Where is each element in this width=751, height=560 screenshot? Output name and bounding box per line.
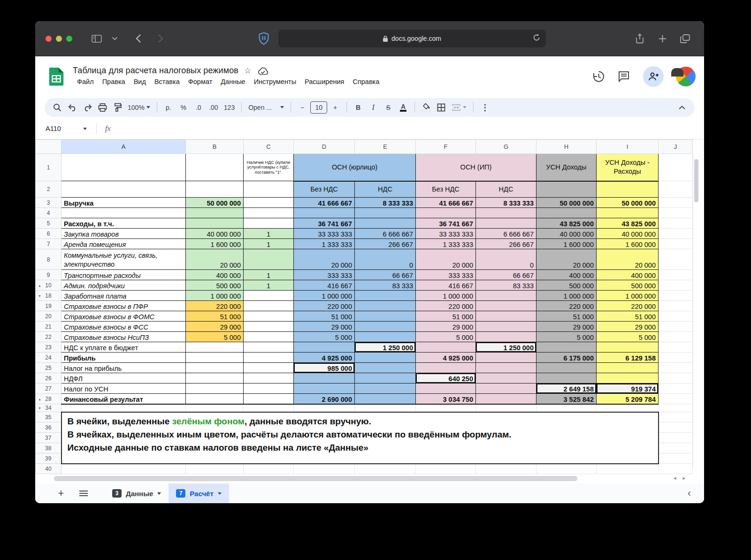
cell[interactable] [186,394,244,404]
cell[interactable]: 66 667 [355,270,416,280]
cell[interactable] [355,218,416,229]
row-header-27[interactable]: 27 [36,384,61,394]
cell[interactable] [476,291,536,301]
cell[interactable] [597,404,659,412]
merge-cells-button[interactable] [449,101,469,114]
cell[interactable] [355,208,416,218]
account-avatar[interactable] [676,67,696,86]
cell[interactable]: 0 [476,249,536,270]
cell[interactable] [659,218,693,229]
cell[interactable]: 1 000 000 [186,291,244,301]
cell[interactable]: 0 [355,249,416,270]
cell[interactable] [476,332,536,342]
row-header-5[interactable]: 5 [36,218,61,229]
cell[interactable] [536,363,597,373]
cell[interactable]: НДС к уплате в бюджет [61,342,186,353]
expand-group-icon[interactable]: ▼ [38,294,41,297]
cell[interactable]: 6 175 000 [536,353,597,363]
sheet-tab-Расчёт[interactable]: 7Расчёт [169,483,229,503]
cell[interactable] [294,373,355,384]
cell[interactable] [476,384,536,394]
row-header-3[interactable]: 3 [36,198,61,208]
column-header-C[interactable]: C [244,140,294,154]
cell[interactable] [416,384,476,394]
more-toolbar-button[interactable]: ⋮ [478,101,492,114]
document-title[interactable]: Таблица для расчета налоговых режимов [73,66,238,76]
cell[interactable]: 33 333 333 [416,229,476,239]
row-header-6[interactable]: 6 [36,229,61,239]
cell[interactable] [186,404,244,412]
cell[interactable] [355,384,416,394]
cell[interactable] [476,404,536,412]
column-header-E[interactable]: E [355,140,416,154]
cell[interactable]: Страховые взносы в ФСС [61,322,186,332]
cell[interactable] [659,280,693,291]
cell[interactable]: Расходы, в т.ч. [61,218,186,229]
cell[interactable]: 40 000 000 [186,229,244,239]
cell[interactable] [476,218,536,229]
cell[interactable] [294,384,355,394]
row-header-21[interactable]: 21 [36,322,61,332]
row-header-24[interactable]: 24 [36,353,61,363]
cell[interactable]: 51 000 [416,311,476,322]
row-header-39[interactable]: 39 [36,453,61,464]
cell[interactable] [597,181,659,198]
cell[interactable] [355,353,416,363]
cell[interactable] [597,464,659,474]
cell[interactable]: 266 667 [476,239,536,249]
cell[interactable] [659,270,693,280]
cell[interactable]: 5 209 784 [597,394,659,404]
cell[interactable] [659,154,693,181]
cell[interactable]: 36 741 667 [294,218,355,229]
vertical-scrollbar-thumb[interactable] [694,159,698,202]
collapse-group-icon[interactable]: ▲ [38,284,41,287]
cell[interactable] [416,208,476,218]
expand-group-icon[interactable]: ▼ [38,407,41,410]
cell[interactable] [476,311,536,322]
menu-Файл[interactable]: Файл [73,77,98,87]
cell[interactable]: Страховые взносы в ПФР [61,301,186,311]
currency-format-button[interactable]: р. [161,101,176,114]
row-header-28[interactable]: ▲28 [36,394,61,404]
cell[interactable] [244,384,294,394]
cell[interactable]: Закупка товаров [61,229,186,239]
forward-button[interactable] [153,31,168,46]
cell[interactable] [244,208,294,218]
cell[interactable]: 1 [244,239,294,249]
name-box[interactable]: A110 [43,125,90,132]
share-button[interactable] [643,66,664,87]
cell[interactable] [355,311,416,322]
collapse-group-icon[interactable]: ▲ [38,397,41,400]
cell[interactable] [416,363,476,373]
cell[interactable]: Без НДС [294,181,355,198]
cell[interactable] [659,453,693,464]
cell[interactable]: 4 925 000 [416,353,476,363]
scroll-left-icon[interactable]: ◂ [674,475,676,481]
cell[interactable] [536,181,597,198]
cell[interactable] [476,208,536,218]
cell[interactable]: Финансовый результат [61,394,186,404]
cell[interactable] [294,342,355,353]
cell[interactable] [659,404,693,412]
menu-Вид[interactable]: Вид [130,77,150,87]
cell[interactable] [476,464,536,474]
menu-Справка[interactable]: Справка [348,77,383,87]
back-button[interactable] [131,31,145,46]
collapse-panel-icon[interactable]: ‹ [688,487,697,499]
cell[interactable]: 919 374 [597,384,659,394]
cell[interactable]: 416 667 [416,280,476,291]
cell[interactable] [186,154,244,181]
cell[interactable] [659,311,693,322]
chevron-down-icon[interactable] [107,31,122,46]
column-header-I[interactable]: I [597,140,659,154]
borders-button[interactable] [434,101,448,114]
row-header-26[interactable]: 26 [36,373,61,384]
horizontal-scrollbar[interactable]: ◂ ▸ [35,474,704,483]
cell[interactable] [355,363,416,373]
cell[interactable] [244,322,294,332]
cell[interactable]: 1 333 333 [294,239,355,249]
cell[interactable]: НДС [355,181,416,198]
cell[interactable] [61,181,186,198]
cell[interactable]: 29 000 [416,322,476,332]
cell[interactable] [244,464,294,474]
